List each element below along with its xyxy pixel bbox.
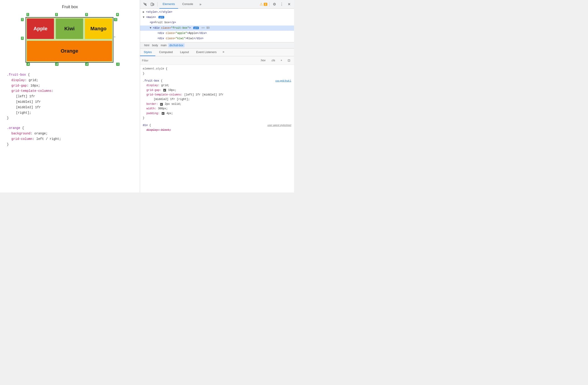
code-line-col4: [right];: [7, 110, 133, 116]
prop-gap: grid-gap: ▶ 10px;: [143, 88, 291, 92]
apple-cell: Apple: [27, 19, 54, 39]
styles-panel: Styles Computed Layout Event Listeners »…: [140, 48, 294, 192]
tree-line-p[interactable]: <p>Fruit box</p>: [140, 20, 294, 25]
prop-display: display: grid;: [143, 83, 291, 88]
tab-styles[interactable]: Styles: [140, 48, 155, 56]
gap-arrow[interactable]: ▶: [163, 89, 166, 92]
row-num-right-1: -1: [114, 18, 117, 21]
tab-elements[interactable]: Elements: [159, 0, 178, 9]
dollar-zero: $0: [206, 26, 210, 30]
bc-main[interactable]: main: [159, 43, 168, 47]
prop-template-cols-2: [middle2] 1fr [right];: [143, 97, 291, 102]
fruit-box-rule-close: }: [143, 116, 291, 120]
code-line-bg: background: orange;: [7, 131, 133, 136]
border-arrow[interactable]: ▶: [160, 103, 163, 106]
prop-template-cols: grid-template-columns: [left] 1fr [middl…: [143, 92, 291, 97]
fruit-grid: Apple Kiwi Mango Orange: [25, 17, 113, 63]
tab-event-listeners[interactable]: Event Listeners: [192, 48, 220, 56]
fruit-grid-container: Apple Kiwi Mango Orange: [25, 17, 113, 63]
filter-input[interactable]: [142, 59, 257, 62]
equals-sign: ==: [202, 26, 207, 30]
svg-rect-0: [151, 3, 153, 6]
div-rule-header: div { user agent stylesheet: [143, 123, 291, 128]
inspector-icon[interactable]: [142, 1, 148, 7]
styles-tabs: Styles Computed Layout Event Listeners »: [140, 48, 294, 56]
code-line-grid-col: grid-column: left / right;: [7, 136, 133, 142]
code-line-close2: }: [7, 142, 133, 147]
add-style-button[interactable]: +: [279, 58, 284, 63]
device-icon[interactable]: [149, 1, 156, 7]
grid-row-numbers-left: 1 2 3: [21, 17, 25, 18]
kiwi-cell: Kiwi: [56, 19, 83, 39]
code-line-display: display: grid;: [7, 78, 133, 83]
style-source-link[interactable]: css-grid-fruit:1: [275, 79, 291, 83]
more-options-icon[interactable]: ⋮: [278, 1, 285, 7]
bc-fruit-box[interactable]: div.fruit-box: [168, 43, 185, 47]
code-line-col1: [left] 1fr: [7, 94, 133, 99]
row-num-right-2: [114, 37, 115, 37]
prop-width: width: 300px;: [143, 107, 291, 111]
close-icon[interactable]: ✕: [286, 1, 292, 7]
grid-with-side-nums: 1 2 3 Apple Kiwi Mango Orange -1: [21, 17, 119, 63]
devtools-toolbar: Elements Console » ⚠ 1 ⚙ ⋮ ✕: [140, 0, 294, 9]
code-line-gap: grid-gap: 10px;: [7, 83, 133, 89]
tab-computed[interactable]: Computed: [155, 48, 176, 56]
code-line-col3: [middle2] 1fr: [7, 105, 133, 110]
styles-content: element.style { } .fruit-box { css-grid-…: [140, 65, 294, 192]
tab-layout[interactable]: Layout: [176, 48, 192, 56]
prop-border: border: ▶ 2px solid;: [143, 102, 291, 107]
force-element-state[interactable]: ⊡: [286, 57, 292, 64]
grid-num-3: 3: [85, 13, 88, 16]
tree-line-fruit-box[interactable]: ▼ <div class="fruit-box"> grid == $0: [140, 25, 294, 31]
warning-count: 1: [264, 3, 267, 6]
padding-arrow[interactable]: ▶: [162, 112, 165, 115]
html-tree: ▶ <style>…</style> ▼ <main> grid <p>Frui…: [140, 9, 294, 42]
code-section: .fruit-box { display: grid; grid-gap: 10…: [7, 72, 133, 147]
grid-col-numbers-bottom: -4 -3 -2 -1: [25, 63, 119, 67]
left-panel: Fruit box 1 2 3 4 1 2 3 Apple Kiwi Mango…: [0, 0, 140, 192]
div-rule: div { user agent stylesheet display: blo…: [143, 123, 291, 132]
grid-num-1: 1: [26, 13, 29, 16]
row-num-1: 1: [21, 18, 24, 21]
grid-num-neg4: -4: [26, 63, 30, 66]
devtools-panel: Elements Console » ⚠ 1 ⚙ ⋮ ✕ ▶ <style>…<…: [140, 0, 294, 192]
tree-line-style[interactable]: ▶ <style>…</style>: [140, 10, 294, 15]
styles-toolbar: :hov .cls + ⊡: [140, 56, 294, 65]
element-style-selector: element.style {: [143, 66, 291, 71]
tree-line-main[interactable]: ▼ <main> grid: [140, 15, 294, 20]
cls-button[interactable]: .cls: [269, 58, 277, 63]
fruit-box-grid-badge: grid: [193, 27, 199, 29]
orange-cell: Orange: [27, 41, 112, 61]
bc-body[interactable]: body: [151, 43, 159, 47]
element-style-rule: element.style { }: [143, 66, 291, 76]
prop-display-block: display: block;: [143, 128, 291, 132]
prop-padding: padding: ▶ 4px;: [143, 111, 291, 116]
code-block-fruit-box: .fruit-box { display: grid; grid-gap: 10…: [7, 72, 133, 121]
tree-toggle-fruitbox[interactable]: ▼: [150, 26, 151, 30]
tree-line-kiwi[interactable]: <div class="kiwi">Kiwi</div>: [140, 36, 294, 41]
grid-num-4: 4: [116, 13, 119, 16]
grid-num-neg2: -2: [85, 63, 89, 66]
settings-icon[interactable]: ⚙: [271, 1, 278, 7]
svg-rect-1: [153, 4, 154, 5]
grid-row-numbers-right: -1: [114, 17, 119, 18]
grid-num-neg1: -1: [116, 63, 120, 66]
tab-console[interactable]: Console: [179, 0, 196, 9]
tree-line-apple[interactable]: <div class="apple">Apple</div>: [140, 31, 294, 36]
grid-visual-wrapper: 1 2 3 4 1 2 3 Apple Kiwi Mango Orange: [21, 13, 119, 67]
more-tabs-icon[interactable]: »: [197, 1, 204, 7]
breadcrumb: html body main div.fruit-box: [140, 42, 294, 48]
fruit-box-rule-header: .fruit-box { css-grid-fruit:1: [143, 79, 291, 83]
code-line-selector2: .orange {: [7, 126, 133, 131]
code-line-selector1: .fruit-box {: [7, 72, 133, 78]
grid-num-neg3: -3: [55, 63, 59, 66]
tree-toggle-main[interactable]: ▼: [143, 16, 144, 19]
tree-toggle-style[interactable]: ▶: [143, 10, 144, 14]
hov-button[interactable]: :hov: [258, 58, 267, 63]
element-style-close: }: [143, 71, 291, 76]
row-num-3: 3: [21, 37, 24, 40]
code-line-col2: [middle1] 1fr: [7, 99, 133, 105]
code-line-close1: }: [7, 115, 133, 121]
more-styles-tabs[interactable]: »: [220, 48, 227, 55]
bc-html[interactable]: html: [143, 43, 151, 47]
